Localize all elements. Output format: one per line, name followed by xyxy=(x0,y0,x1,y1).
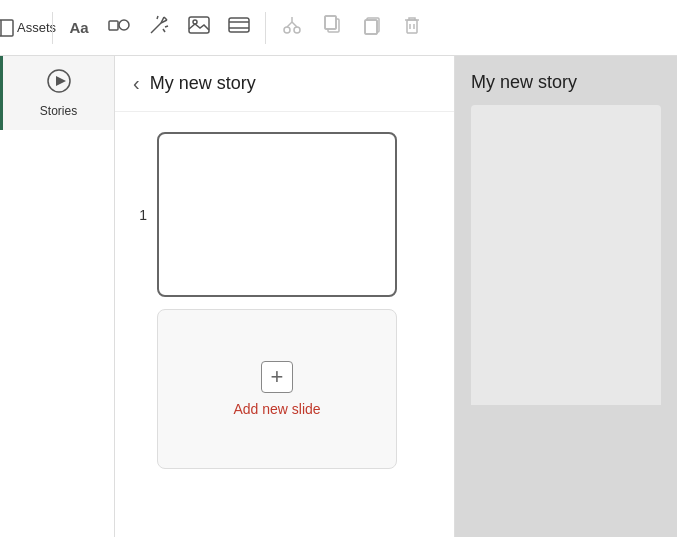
svg-rect-11 xyxy=(189,17,209,33)
magic-tool-icon xyxy=(149,15,169,40)
stories-icon xyxy=(46,68,72,100)
image-tool-button[interactable] xyxy=(181,10,217,46)
svg-rect-22 xyxy=(325,16,336,29)
svg-line-10 xyxy=(163,29,165,32)
slide-thumbnail-1[interactable] xyxy=(157,132,397,297)
copy-icon xyxy=(322,15,342,40)
main-content: Stories ‹ My new story 1 + Add new slide xyxy=(0,56,677,537)
sidebar-item-stories-label: Stories xyxy=(40,104,77,118)
cut-button[interactable] xyxy=(274,10,310,46)
sidebar-item-stories[interactable]: Stories xyxy=(0,56,114,130)
svg-point-16 xyxy=(284,27,290,33)
svg-rect-0 xyxy=(0,20,13,36)
svg-line-4 xyxy=(151,23,161,33)
panel-back-button[interactable]: ‹ xyxy=(131,70,142,97)
svg-rect-25 xyxy=(365,20,377,34)
svg-marker-31 xyxy=(56,76,66,86)
paste-icon xyxy=(362,15,382,40)
media-tool-button[interactable] xyxy=(221,10,257,46)
delete-icon xyxy=(402,15,422,40)
svg-line-19 xyxy=(292,22,297,27)
toolbar-divider-2 xyxy=(265,12,266,44)
back-chevron-icon: ‹ xyxy=(133,72,140,95)
slide-number-1: 1 xyxy=(131,207,147,223)
svg-rect-2 xyxy=(109,21,118,30)
toolbar: Assets Aa xyxy=(0,0,677,56)
shapes-tool-button[interactable] xyxy=(101,10,137,46)
svg-line-9 xyxy=(165,26,168,27)
image-tool-icon xyxy=(188,16,210,39)
assets-panel-icon: Assets xyxy=(0,19,56,37)
shapes-tool-icon xyxy=(108,15,130,40)
add-slide-label: Add new slide xyxy=(233,401,320,417)
canvas-area: My new story xyxy=(455,56,677,537)
paste-button[interactable] xyxy=(354,10,390,46)
panel-header: ‹ My new story xyxy=(115,56,454,112)
svg-line-18 xyxy=(287,22,292,27)
stories-panel: ‹ My new story 1 + Add new slide xyxy=(115,56,455,537)
svg-point-17 xyxy=(294,27,300,33)
add-new-slide-button[interactable]: + Add new slide xyxy=(157,309,397,469)
panel-title: My new story xyxy=(150,73,256,94)
svg-line-8 xyxy=(157,16,158,19)
canvas-slide-preview xyxy=(471,105,661,405)
slide-row-1: 1 xyxy=(131,132,438,297)
assets-panel-button[interactable]: Assets xyxy=(8,10,44,46)
svg-rect-13 xyxy=(229,18,249,32)
add-slide-plus-icon: + xyxy=(261,361,293,393)
panel-slides-list: 1 + Add new slide xyxy=(115,112,454,489)
canvas-story-title: My new story xyxy=(471,72,661,93)
toolbar-divider-1 xyxy=(52,12,53,44)
copy-button[interactable] xyxy=(314,10,350,46)
svg-point-3 xyxy=(119,20,129,30)
assets-label: Assets xyxy=(17,20,56,35)
delete-button[interactable] xyxy=(394,10,430,46)
magic-tool-button[interactable] xyxy=(141,10,177,46)
cut-icon xyxy=(282,15,302,40)
svg-rect-27 xyxy=(407,20,417,33)
sidebar: Stories xyxy=(0,56,115,537)
text-tool-icon: Aa xyxy=(69,19,88,36)
media-tool-icon xyxy=(228,17,250,38)
text-tool-button[interactable]: Aa xyxy=(61,10,97,46)
